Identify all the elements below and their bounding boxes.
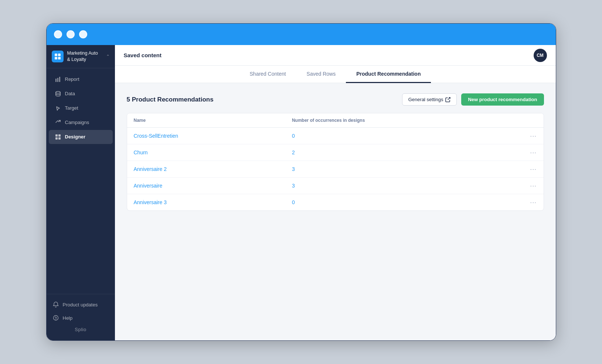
row-count-2: 3: [285, 161, 521, 178]
svg-rect-3: [58, 57, 61, 59]
tabs-bar: Shared Content Saved Rows Product Recomm…: [115, 66, 556, 83]
row-name-1[interactable]: Churn: [127, 144, 285, 161]
sidebar-label-help: Help: [63, 315, 73, 321]
svg-rect-2: [55, 57, 57, 59]
sidebar-item-target[interactable]: Target: [49, 101, 113, 115]
table-row: Anniversaire 3 0 ···: [127, 194, 544, 211]
sidebar-item-designer[interactable]: Designer: [49, 130, 113, 144]
row-actions-4[interactable]: ···: [521, 194, 544, 211]
campaigns-icon: [55, 119, 61, 126]
minimize-button[interactable]: [67, 30, 75, 38]
content-header: 5 Product Recommendations General settin…: [127, 93, 544, 106]
brand-chevron-icon: ⌃: [106, 54, 110, 59]
bell-icon: [52, 301, 59, 308]
sidebar-label-product-updates: Product updates: [63, 302, 98, 308]
sidebar-item-help[interactable]: Help: [47, 311, 115, 324]
svg-rect-0: [55, 54, 57, 56]
external-link-icon: [445, 97, 450, 102]
recommendations-table-card: Name Number of occurrences in designs Cr…: [127, 113, 544, 211]
brand-icon: [52, 51, 64, 62]
recommendations-table: Name Number of occurrences in designs Cr…: [127, 113, 544, 210]
main-content: Saved content CM Shared Content Saved Ro…: [115, 45, 556, 340]
topbar: Saved content CM: [115, 45, 556, 66]
tab-product-recommendation[interactable]: Product Recommendation: [346, 66, 431, 83]
row-count-0: 0: [285, 128, 521, 144]
report-icon: [55, 76, 61, 83]
content-area: 5 Product Recommendations General settin…: [115, 83, 556, 340]
row-actions-0[interactable]: ···: [521, 128, 544, 144]
column-header-occurrences: Number of occurrences in designs: [285, 113, 521, 128]
sidebar-label-report: Report: [65, 76, 79, 82]
sidebar-brand[interactable]: Marketing Auto & Loyalty ⌃: [47, 45, 115, 68]
sidebar-label-target: Target: [65, 105, 78, 111]
sidebar-item-campaigns[interactable]: Campaigns: [49, 116, 113, 130]
tab-shared-content[interactable]: Shared Content: [239, 66, 296, 83]
table-header-row: Name Number of occurrences in designs: [127, 113, 544, 128]
help-icon: [52, 315, 59, 321]
svg-rect-5: [57, 78, 58, 82]
target-icon: [55, 105, 61, 111]
table-row: Cross-SellEntretien 0 ···: [127, 128, 544, 144]
svg-rect-1: [58, 54, 61, 56]
app-body: Marketing Auto & Loyalty ⌃ Report: [47, 45, 556, 340]
sidebar-label-campaigns: Campaigns: [65, 120, 89, 125]
general-settings-button[interactable]: General settings: [402, 93, 457, 106]
designer-icon: [55, 134, 61, 140]
sidebar-item-product-updates[interactable]: Product updates: [47, 298, 115, 311]
app-window: Marketing Auto & Loyalty ⌃ Report: [46, 23, 556, 341]
new-product-recommendation-button[interactable]: New product recommendation: [461, 93, 544, 106]
sidebar-label-data: Data: [65, 91, 75, 96]
row-actions-1[interactable]: ···: [521, 144, 544, 161]
sidebar-item-data[interactable]: Data: [49, 87, 113, 101]
svg-rect-4: [55, 79, 57, 82]
column-header-name: Name: [127, 113, 285, 128]
svg-rect-6: [59, 77, 60, 82]
row-count-3: 3: [285, 178, 521, 194]
table-row: Anniversaire 3 ···: [127, 178, 544, 194]
svg-point-13: [55, 319, 56, 320]
content-title: 5 Product Recommendations: [127, 96, 214, 103]
row-count-1: 2: [285, 144, 521, 161]
svg-point-7: [56, 91, 60, 93]
table-row: Anniversaire 2 3 ···: [127, 161, 544, 178]
row-name-3[interactable]: Anniversaire: [127, 178, 285, 194]
sidebar-label-designer: Designer: [65, 134, 86, 140]
row-name-4[interactable]: Anniversaire 3: [127, 194, 285, 211]
titlebar: [47, 24, 556, 45]
row-name-0[interactable]: Cross-SellEntretien: [127, 128, 285, 144]
table-row: Churn 2 ···: [127, 144, 544, 161]
sidebar-logo: Splio: [47, 324, 115, 337]
svg-rect-10: [55, 137, 58, 140]
svg-rect-9: [58, 134, 61, 137]
tab-saved-rows[interactable]: Saved Rows: [296, 66, 346, 83]
data-icon: [55, 90, 61, 97]
avatar[interactable]: CM: [534, 49, 547, 62]
row-actions-3[interactable]: ···: [521, 178, 544, 194]
brand-name: Marketing Auto & Loyalty: [67, 50, 98, 63]
maximize-button[interactable]: [79, 30, 87, 38]
page-title: Saved content: [124, 52, 162, 58]
svg-rect-11: [58, 137, 61, 140]
sidebar: Marketing Auto & Loyalty ⌃ Report: [47, 45, 115, 340]
header-actions: General settings New product recommendat…: [402, 93, 544, 106]
row-name-2[interactable]: Anniversaire 2: [127, 161, 285, 178]
sidebar-item-report[interactable]: Report: [49, 72, 113, 86]
row-actions-2[interactable]: ···: [521, 161, 544, 178]
svg-rect-8: [55, 134, 58, 137]
sidebar-bottom: Product updates Help Splio: [47, 294, 115, 340]
general-settings-label: General settings: [408, 97, 443, 102]
row-count-4: 0: [285, 194, 521, 211]
sidebar-nav: Report Data: [47, 68, 115, 294]
close-button[interactable]: [54, 30, 62, 38]
